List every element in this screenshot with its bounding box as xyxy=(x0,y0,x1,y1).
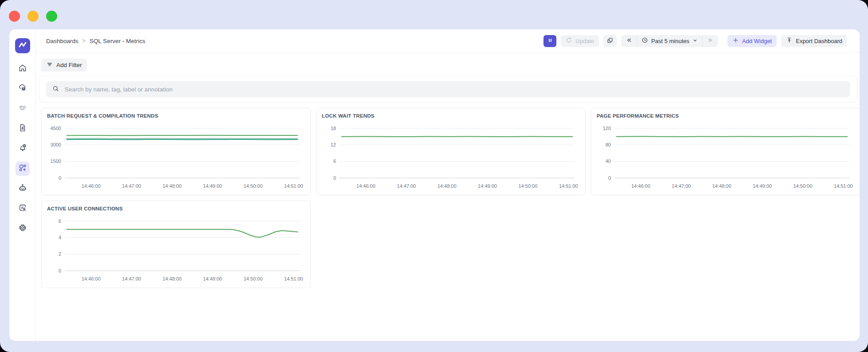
add-filter-button[interactable]: Add Filter xyxy=(41,59,87,71)
alerts-bell-icon xyxy=(18,143,27,154)
svg-text:40: 40 xyxy=(606,158,611,164)
svg-text:14:48:00: 14:48:00 xyxy=(163,276,182,281)
app-logo[interactable] xyxy=(15,38,30,53)
svg-text:14:51:00: 14:51:00 xyxy=(284,183,303,189)
chart-title: BATCH REQUEST & COMPILATION TRENDS xyxy=(47,113,305,119)
add-filter-label: Add Filter xyxy=(56,62,82,68)
svg-text:14:48:00: 14:48:00 xyxy=(438,183,457,189)
app-card: Dashboards > SQL Server - Metrics Update xyxy=(9,29,860,341)
chart-plot: 450030001500014:46:0014:47:0014:48:0014:… xyxy=(47,120,305,190)
svg-text:14:51:00: 14:51:00 xyxy=(559,183,578,189)
app-window: Dashboards > SQL Server - Metrics Update xyxy=(0,0,868,352)
search-input[interactable] xyxy=(64,86,845,93)
time-range-control: Past 5 minutes xyxy=(621,35,718,47)
home-icon xyxy=(18,63,27,74)
svg-text:14:51:00: 14:51:00 xyxy=(284,276,303,281)
svg-text:14:47:00: 14:47:00 xyxy=(397,183,416,189)
svg-text:14:50:00: 14:50:00 xyxy=(793,183,812,189)
sidebar-item-user-insights[interactable] xyxy=(16,202,30,216)
svg-text:1500: 1500 xyxy=(51,158,61,164)
sidebar-item-home[interactable] xyxy=(16,62,30,76)
series-page-life-expectancy xyxy=(617,136,848,137)
sidebar-item-dashboards[interactable] xyxy=(16,162,30,176)
filter-bar: Add Filter xyxy=(36,53,860,71)
svg-text:4500: 4500 xyxy=(51,126,61,131)
sidebar-item-chip-settings[interactable] xyxy=(16,221,30,236)
logo-wave-icon xyxy=(18,40,27,51)
main-area: Dashboards > SQL Server - Metrics Update xyxy=(36,29,860,341)
time-forward-button[interactable] xyxy=(703,35,718,47)
minimize-window-button[interactable] xyxy=(27,11,39,22)
svg-text:2: 2 xyxy=(59,251,61,257)
svg-text:6: 6 xyxy=(59,218,61,224)
svg-text:14:50:00: 14:50:00 xyxy=(243,276,262,281)
svg-text:3000: 3000 xyxy=(51,142,61,147)
sidebar-item-logs[interactable] xyxy=(16,102,30,116)
svg-text:18: 18 xyxy=(331,126,336,131)
export-dashboard-button[interactable]: Export Dashboard xyxy=(781,35,847,47)
svg-text:80: 80 xyxy=(606,142,611,147)
time-back-button[interactable] xyxy=(621,35,637,47)
search-field xyxy=(46,81,850,97)
sidebar-item-reports[interactable] xyxy=(16,122,30,136)
chart-card[interactable]: BATCH REQUEST & COMPILATION TRENDS450030… xyxy=(41,108,311,195)
add-widget-button[interactable]: Add Widget xyxy=(727,35,777,47)
copy-icon xyxy=(606,37,614,45)
chip-settings-icon xyxy=(18,223,27,234)
svg-text:14:46:00: 14:46:00 xyxy=(82,276,101,281)
series-lock-waits-per-sec xyxy=(342,136,573,137)
chart-title: ACTIVE USER CONNECTIONS xyxy=(47,206,305,211)
breadcrumb-separator: > xyxy=(82,38,86,44)
chart-card[interactable]: LOCK WAIT TRENDS18126014:46:0014:47:0014… xyxy=(316,108,586,195)
svg-text:0: 0 xyxy=(59,268,61,273)
svg-text:14:49:00: 14:49:00 xyxy=(203,183,222,189)
chart-card[interactable]: PAGE PERFORMANCE METRICS1208040014:46:00… xyxy=(591,108,860,195)
sidebar-item-alerts[interactable] xyxy=(16,142,30,156)
user-insights-icon xyxy=(18,203,27,214)
clock-icon xyxy=(641,37,648,45)
sidebar-nav xyxy=(16,62,30,241)
dashboards-grid-plus-icon xyxy=(18,163,27,174)
chevrons-right-icon xyxy=(707,37,714,45)
svg-text:120: 120 xyxy=(603,126,611,131)
zoom-window-button[interactable] xyxy=(46,11,57,22)
svg-text:14:46:00: 14:46:00 xyxy=(356,183,375,189)
close-window-button[interactable] xyxy=(9,11,20,22)
svg-text:14:46:00: 14:46:00 xyxy=(82,183,101,189)
filter-lines-icon xyxy=(46,61,53,69)
pause-icon xyxy=(547,37,553,45)
reports-document-icon xyxy=(18,123,27,134)
breadcrumb-dashboards[interactable]: Dashboards xyxy=(46,38,78,44)
svg-text:6: 6 xyxy=(333,158,336,164)
svg-text:14:46:00: 14:46:00 xyxy=(631,183,650,189)
svg-text:0: 0 xyxy=(608,175,611,181)
charts-grid: BATCH REQUEST & COMPILATION TRENDS450030… xyxy=(36,103,860,293)
series-user-connections xyxy=(67,229,298,237)
sidebar-item-ai-assistant[interactable] xyxy=(16,182,30,196)
search-icon xyxy=(52,85,59,94)
chart-plot: 1208040014:46:0014:47:0014:48:0014:49:00… xyxy=(597,120,855,190)
svg-text:4: 4 xyxy=(59,235,61,240)
topbar-controls: Update Past 5 minutes xyxy=(543,35,847,47)
time-range-dropdown[interactable]: Past 5 minutes xyxy=(637,35,702,47)
breadcrumb: Dashboards > SQL Server - Metrics xyxy=(46,38,145,44)
search-card xyxy=(39,76,857,103)
chevrons-left-icon xyxy=(626,37,632,45)
svg-text:12: 12 xyxy=(331,142,336,147)
svg-text:14:50:00: 14:50:00 xyxy=(518,183,537,189)
pause-refresh-button[interactable] xyxy=(543,35,556,47)
chart-plot: 642014:46:0014:47:0014:48:0014:49:0014:5… xyxy=(47,213,305,283)
svg-text:14:49:00: 14:49:00 xyxy=(478,183,497,189)
update-button[interactable]: Update xyxy=(561,35,599,47)
chart-plot: 18126014:46:0014:47:0014:48:0014:49:0014… xyxy=(322,120,580,190)
svg-text:14:49:00: 14:49:00 xyxy=(203,276,222,281)
sidebar-item-infrastructure[interactable] xyxy=(16,82,30,96)
plus-icon xyxy=(732,37,739,45)
svg-text:14:48:00: 14:48:00 xyxy=(163,183,182,189)
svg-text:14:49:00: 14:49:00 xyxy=(753,183,772,189)
svg-text:14:47:00: 14:47:00 xyxy=(122,183,141,189)
copy-dashboard-button[interactable] xyxy=(603,35,617,47)
chart-card[interactable]: ACTIVE USER CONNECTIONS642014:46:0014:47… xyxy=(41,201,311,288)
chart-title: LOCK WAIT TRENDS xyxy=(322,113,580,119)
series-batch-requests-per-sec xyxy=(67,135,298,136)
